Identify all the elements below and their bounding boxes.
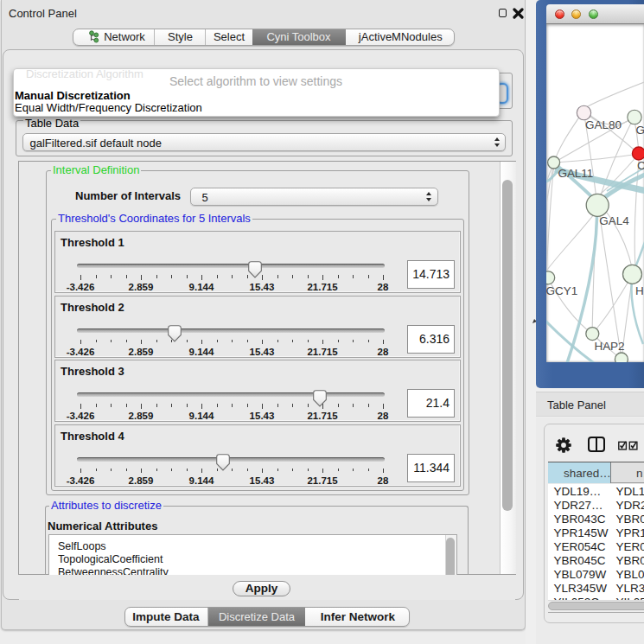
svg-text:GAL80: GAL80 [585, 118, 622, 131]
svg-text:GA: GA [635, 124, 644, 137]
svg-text:GAL4: GAL4 [599, 214, 629, 227]
svg-text:GCY1: GCY1 [546, 284, 577, 297]
svg-text:HAP2: HAP2 [594, 340, 624, 353]
svg-text:HI: HI [634, 284, 644, 297]
svg-text:GAL11: GAL11 [558, 167, 593, 180]
svg-text:CY: CY [636, 159, 644, 172]
